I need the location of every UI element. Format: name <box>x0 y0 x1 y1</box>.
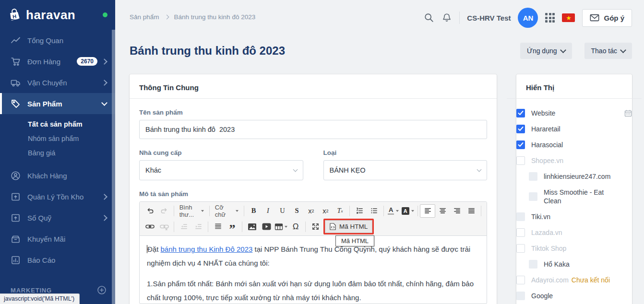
logo[interactable]: H haravan <box>0 0 115 30</box>
link-icon[interactable] <box>143 221 157 233</box>
checkbox-harasocial[interactable] <box>516 140 525 149</box>
feedback-button[interactable]: Góp ý <box>582 9 632 27</box>
sidebar-item-label: Quản Lý Tồn Kho <box>27 193 83 201</box>
sidebar-item-don-hang[interactable]: Đơn Hàng 2670 <box>0 51 115 72</box>
sidebar-subitem-product-groups[interactable]: Nhóm sản phẩm <box>0 131 115 146</box>
image-icon[interactable] <box>245 221 259 233</box>
description-paragraph: Đặt bánh trung thu Kinh Đô 2023 tại NPP … <box>147 242 479 270</box>
html-code-button[interactable]: Mã HTML <box>325 220 372 233</box>
underline-button[interactable]: U <box>275 205 289 217</box>
undo-icon[interactable] <box>143 205 157 217</box>
channel-label: Adayroi.com <box>531 276 569 284</box>
checkbox-tiktok[interactable] <box>516 244 525 253</box>
product-link[interactable]: bánh trung thu Kinh Đô 2023 <box>161 245 253 253</box>
font-size-select[interactable]: Cỡ chữ <box>212 205 241 217</box>
sidebar-subitem-price-list[interactable]: Bảng giá <box>0 146 115 160</box>
avatar[interactable]: AN <box>518 8 538 28</box>
report-chart-icon <box>11 255 21 265</box>
checkbox-lazada[interactable] <box>516 228 525 237</box>
apps-grid-icon[interactable] <box>545 13 555 23</box>
italic-button[interactable]: I <box>261 205 275 217</box>
blockquote-icon[interactable]: ” <box>225 218 239 235</box>
html-button-label: Mã HTML <box>339 223 368 230</box>
sidebar-scrollbar[interactable] <box>112 30 115 304</box>
trend-chart-icon <box>11 35 21 46</box>
text-color-button[interactable]: A <box>386 205 401 217</box>
search-icon[interactable] <box>424 12 434 23</box>
vendor-select[interactable]: Khác <box>139 160 303 180</box>
channel-row-tiki: Tiki.vn <box>516 212 632 221</box>
bold-button[interactable]: B <box>246 205 261 217</box>
line-height-icon[interactable] <box>211 221 225 233</box>
sidebar-item-label: Vận Chuyển <box>27 79 67 87</box>
unlink-icon[interactable] <box>157 221 171 233</box>
checkbox-hararetail[interactable] <box>516 125 525 133</box>
format-value: Bình thư... <box>179 204 195 218</box>
sidebar-item-khuyen-mai[interactable]: Khuyến Mãi <box>0 228 115 249</box>
breadcrumb-products[interactable]: Sản phẩm <box>130 13 159 21</box>
chevron-right-icon <box>101 215 107 221</box>
description-editor: Bình thư... Cỡ chữ B I U <box>139 201 487 304</box>
apps-dropdown-button[interactable]: Ứng dụng <box>520 43 572 59</box>
plus-circle-icon[interactable] <box>97 285 107 295</box>
sidebar-item-khach-hang[interactable]: Khách Hàng <box>0 165 115 186</box>
align-center-icon[interactable] <box>435 205 450 217</box>
outdent-icon[interactable] <box>177 221 191 233</box>
chevron-down-icon <box>620 47 626 53</box>
table-icon[interactable] <box>274 221 288 233</box>
sidebar-item-san-pham[interactable]: Sản Phẩm <box>0 93 115 114</box>
product-name-input[interactable] <box>139 120 487 139</box>
channel-row-miss-smoothie: Miss Smoothie - Eat Clean <box>529 188 632 205</box>
strikethrough-button[interactable]: S <box>289 205 304 217</box>
type-select[interactable]: BÁNH KẸO <box>323 160 488 180</box>
redo-icon[interactable] <box>157 205 171 217</box>
channel-row-linhkiensieure: linhkiensieure247.com <box>529 172 632 181</box>
sidebar: H haravan Tổng Quan Đơn Hàng 2670 <box>0 0 115 304</box>
checkbox-ho-kaka <box>529 260 537 269</box>
superscript-button[interactable]: x2 <box>318 205 333 217</box>
special-char-omega-button[interactable]: Ω <box>288 221 303 233</box>
checkbox-shopee[interactable] <box>516 156 525 165</box>
sidebar-item-tong-quan[interactable]: Tổng Quan <box>0 30 115 51</box>
caret-down-icon <box>411 210 414 212</box>
channel-label: Harasocial <box>531 140 563 149</box>
general-info-card: Thông Tin Chung Tên sản phẩm Nhà cung cấ… <box>130 74 497 304</box>
header-divider <box>459 12 460 24</box>
ordered-list-icon[interactable] <box>352 205 367 217</box>
checkbox-adayroi[interactable] <box>516 276 525 284</box>
sidebar-item-bao-cao[interactable]: Báo Cáo <box>0 249 115 270</box>
justify-icon[interactable] <box>464 205 478 217</box>
align-left-icon[interactable] <box>420 204 435 218</box>
fullscreen-icon[interactable] <box>308 221 322 233</box>
chevron-down-icon <box>101 100 107 106</box>
account-name[interactable]: CS-HRV Test <box>467 14 511 22</box>
chevron-right-icon <box>101 80 107 86</box>
video-icon[interactable] <box>259 221 274 233</box>
vietnam-flag-icon[interactable]: ★ <box>562 13 575 22</box>
checkbox-tiki <box>516 212 525 221</box>
remove-format-button[interactable]: Tx <box>333 205 347 217</box>
sidebar-item-so-quy[interactable]: Số Quỹ <box>0 207 115 228</box>
inventory-box-icon <box>11 192 21 202</box>
checkbox-miss-smoothie <box>529 192 537 201</box>
editor-content[interactable]: Đặt bánh trung thu Kinh Đô 2023 tại NPP … <box>140 236 487 304</box>
actions-button-label: Thao tác <box>591 47 617 55</box>
cart-icon <box>11 57 21 67</box>
channel-label: Tiki.vn <box>531 212 550 221</box>
background-color-button[interactable]: A <box>401 205 415 217</box>
channel-row-hararetail: Hararetail <box>516 125 632 133</box>
subscript-button[interactable]: x2 <box>304 205 318 217</box>
html-button-tooltip: Mã HTML <box>335 235 374 246</box>
sidebar-subitem-all-products[interactable]: Tất cả sản phẩm <box>0 117 115 131</box>
paragraph-format-select[interactable]: Bình thư... <box>177 205 207 217</box>
unordered-list-icon[interactable] <box>367 205 381 217</box>
channel-label: Hổ Kaka <box>544 260 570 269</box>
actions-dropdown-button[interactable]: Thao tác <box>584 43 632 59</box>
notifications-bell-icon[interactable] <box>441 12 452 23</box>
align-right-icon[interactable] <box>450 205 464 217</box>
sidebar-item-van-chuyen[interactable]: Vận Chuyển <box>0 72 115 93</box>
sidebar-item-quan-ly-ton-kho[interactable]: Quản Lý Tồn Kho <box>0 186 115 207</box>
indent-icon[interactable] <box>191 221 205 233</box>
calendar-icon[interactable] <box>624 109 632 117</box>
checkbox-website[interactable] <box>516 109 525 117</box>
